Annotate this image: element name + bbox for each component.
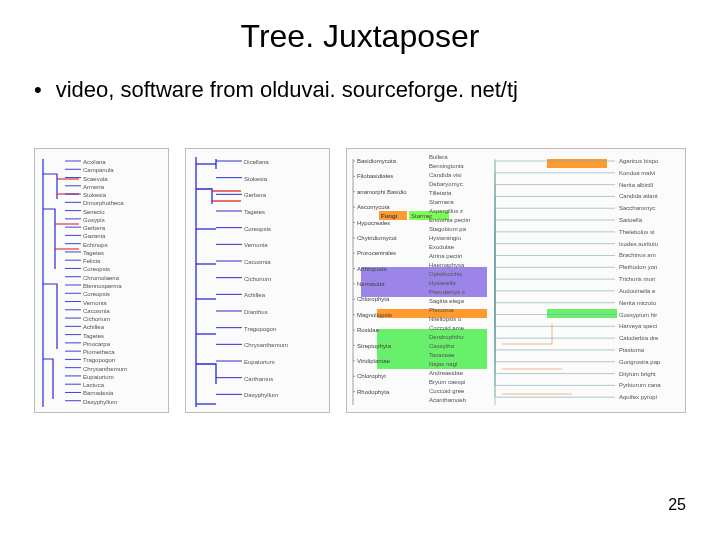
tree-leaf-label: Starmera <box>429 199 454 205</box>
tree-leaf-label: Ixodes auritulu <box>619 241 658 247</box>
tree-leaf-label: Dianthus <box>244 309 268 315</box>
tree-leaf-label: Endothia pectin <box>429 217 470 223</box>
tree-leaf-label: Aquifex pyropi <box>619 395 657 401</box>
tree-leaf-label: Nitellopsis o <box>429 316 462 322</box>
tree-leaf-label: Najas nagi <box>429 361 457 367</box>
tree-leaf-label: Debaryomyc <box>429 181 463 187</box>
tree-leaf-label: Haemaphysa <box>429 262 465 268</box>
tree-leaf-label: Eupatorium <box>83 374 114 380</box>
tree-leaf-label: Hypocreales <box>357 220 390 226</box>
tree-leaf-label: Chlorophyta <box>357 297 390 303</box>
tree-leaf-label: Aspergillus z <box>429 208 463 214</box>
tree-leaf-label: Gerbera <box>83 226 106 232</box>
tree-leaf-label: Nerita albicill <box>619 182 653 188</box>
tree-leaf-label: Thelebolus st <box>619 229 655 235</box>
tree-leaf-label: Gerbera <box>244 193 267 199</box>
tree-leaf-label: Arthropoda <box>357 266 387 272</box>
tree-leaf-label: Brachinus am <box>619 253 656 259</box>
tree-leaf-label: Saccharomyc <box>619 206 655 212</box>
tree-leaf-label: Chrysanthemum <box>244 343 288 349</box>
tree-leaf-label: Bryum caespi <box>429 379 465 385</box>
tree-leaf-label: Echinops <box>83 242 108 248</box>
tree-leaf-label: Harveya speci <box>619 324 657 330</box>
tree-leaf-label: Andreaeidae <box>429 370 464 376</box>
tree-leaf-label: Cacosmia <box>244 259 271 265</box>
tree-leaf-label: Saitoella <box>619 217 643 223</box>
tree-leaf-label: Piastoma <box>619 347 645 353</box>
tree-leaf-label: Chrysanthemum <box>83 366 127 372</box>
tree-leaf-label: Pseudemys s <box>429 289 465 295</box>
tree-leaf-label: Chlorophyt <box>357 374 386 380</box>
tree-leaf-label: Gongrosira pap <box>619 359 661 365</box>
tree-leaf-label: Opisthorchis <box>429 271 462 277</box>
tree-leaf-label: Chromolaena <box>83 275 120 281</box>
tree-leaf-label: Barnadesia <box>83 391 114 397</box>
tree-leaf-label: Coreopsis <box>83 292 110 298</box>
tree-leaf-label: Magnoliopsis <box>357 312 392 318</box>
tree-leaf-label: Tragopogon <box>83 358 115 364</box>
tree-leaf-label: anamorphi Basidio <box>357 189 407 195</box>
tree-leaf-label: Achillea <box>244 293 266 299</box>
tree-leaf-label: Pyrkiorum cana <box>619 383 661 389</box>
tree-leaf-label: Ascomycota <box>357 205 390 211</box>
tree-leaf-label: Acanthamoeb <box>429 397 467 403</box>
tree-leaf-label: Coreopsis <box>83 267 110 273</box>
tree-leaf-label: Blennosperma <box>83 283 122 289</box>
tree-leaf-label: Cassytha <box>429 343 455 349</box>
tree-leaf-label: Eupatorium <box>244 359 275 365</box>
highlight-fungi: Fungi <box>381 213 398 219</box>
tree-leaf-label: Sagitta elega <box>429 298 465 304</box>
tree-panel-2: DicellanaStokesiaGerberaTagetesCoreopsis… <box>185 148 330 413</box>
tree-leaf-label: Tragopogon <box>244 326 276 332</box>
slide-title: Tree. Juxtaposer <box>0 0 720 55</box>
tree-leaf-label: Tagetes <box>83 333 104 339</box>
tree-leaf-label: Nerita microtu <box>619 300 656 306</box>
bullet-text: video, software from olduvai. sourceforg… <box>56 77 518 103</box>
tree-leaf-label: Vernonia <box>244 243 268 249</box>
tree-leaf-label: Agaricus bispo <box>619 158 659 164</box>
tree-leaf-label: Dasyphyllum <box>244 393 278 399</box>
tree-leaf-label: Candida atlant <box>619 194 658 200</box>
svg-rect-9 <box>547 309 617 318</box>
figure-row: AcxilanaCampanulaScaevolaArmeriaStokesia… <box>0 103 720 413</box>
tree-leaf-label: Coccoid ame <box>429 325 465 331</box>
highlight-starmera: Starmer <box>411 213 432 219</box>
tree-leaf-label: Acxilana <box>83 159 106 165</box>
tree-leaf-label: Gazania <box>83 234 106 240</box>
tree-leaf-label: Stokesia <box>244 176 268 182</box>
tree-leaf-label: Achillea <box>83 325 105 331</box>
tree-leaf-label: Tagetes <box>244 209 265 215</box>
page-number: 25 <box>668 496 686 514</box>
tree-leaf-label: Cichorium <box>244 276 271 282</box>
tree-leaf-label: Hysterella <box>429 280 456 286</box>
tree-leaf-label: Bensingtonia <box>429 163 464 169</box>
tree-leaf-label: Basidiomycota <box>357 158 397 164</box>
tree-leaf-label: Gossypium hir <box>619 312 657 318</box>
tree-leaf-label: Audouinella e <box>619 288 656 294</box>
tree-leaf-label: Dendrophtho <box>429 334 464 340</box>
tree-leaf-label: Kondoa malvi <box>619 170 655 176</box>
tree-leaf-label: Hysterangiu <box>429 235 461 241</box>
tree-leaf-label: Carthamus <box>244 376 273 382</box>
tree-leaf-label: Exodulae <box>429 244 455 250</box>
tree-leaf-label: Taxaceae <box>429 352 455 358</box>
bullet-dot-icon: • <box>34 77 42 103</box>
tree-leaf-label: Chytridiomycot <box>357 235 397 241</box>
tree-leaf-label: Gosypis <box>83 217 105 223</box>
tree-leaf-label: Tagetes <box>83 250 104 256</box>
tree-leaf-label: Caloderbia dre <box>619 336 659 342</box>
tree-leaf-label: Stegobium pa <box>429 226 467 232</box>
tree-leaf-label: Campanula <box>83 168 114 174</box>
tree-leaf-label: Prorocentrales <box>357 251 396 257</box>
tree-leaf-label: Viridiplantae <box>357 358 391 364</box>
tree-leaf-label: Cacosmia <box>83 308 110 314</box>
tree-leaf-label: Vernonia <box>83 300 107 306</box>
tree-leaf-label: Dicellana <box>244 159 269 165</box>
tree-panel-3: BasidiomycotaFilobasidialesanamorphi Bas… <box>346 148 686 413</box>
tree-leaf-label: Pinocarpa <box>83 341 111 347</box>
tree-leaf-label: Candida visi <box>429 172 462 178</box>
tree-leaf-label: Nematoda <box>357 281 385 287</box>
tree-leaf-label: Senecio <box>83 209 105 215</box>
tree-leaf-label: Ditylum bright <box>619 371 656 377</box>
tree-leaf-label: Stokesia <box>83 192 107 198</box>
